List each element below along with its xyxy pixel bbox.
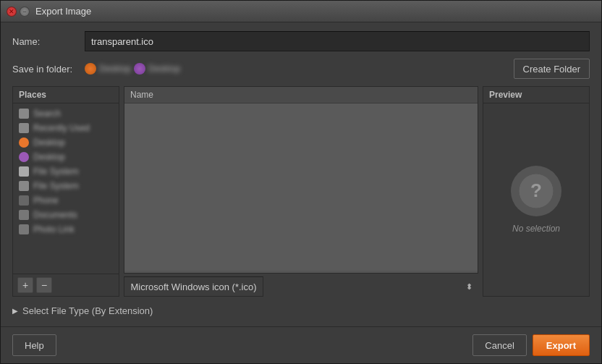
path-icon-1 bbox=[85, 63, 96, 75]
files-panel: Name Microsoft Windows icon (*.ico) ⬍ bbox=[124, 86, 478, 297]
minimize-button[interactable]: − bbox=[20, 7, 30, 17]
path-segment-1[interactable]: Desktop bbox=[85, 63, 131, 75]
place-label-filesystem2: File System bbox=[33, 181, 79, 191]
place-label-search: Search bbox=[33, 109, 61, 119]
place-item-phone[interactable]: Phone bbox=[13, 193, 119, 208]
select-filetype-row[interactable]: ▶ Select File Type (By Extension) bbox=[12, 304, 590, 318]
place-item-recent[interactable]: Recently Used bbox=[13, 121, 119, 135]
add-place-button[interactable]: + bbox=[17, 277, 33, 293]
titlebar: ✕ − Export Image bbox=[1, 1, 601, 22]
filetype-select[interactable]: Microsoft Windows icon (*.ico) bbox=[124, 276, 263, 297]
preview-icon: ? bbox=[511, 166, 561, 216]
places-panel: Places Search Recently Used Desktop bbox=[12, 86, 119, 297]
files-content bbox=[124, 103, 478, 271]
place-label-photolink: Photo Link bbox=[33, 224, 75, 234]
place-icon-filesystem2 bbox=[19, 181, 29, 191]
files-header: Name bbox=[124, 87, 478, 103]
select-filetype-label: Select File Type (By Extension) bbox=[22, 305, 153, 316]
path-text-1: Desktop bbox=[99, 64, 131, 74]
cancel-button[interactable]: Cancel bbox=[472, 334, 526, 356]
place-item-photolink[interactable]: Photo Link bbox=[13, 222, 119, 237]
export-image-dialog: ✕ − Export Image Name: Save in folder: D… bbox=[0, 0, 602, 364]
place-icon-desktop bbox=[19, 137, 29, 148]
titlebar-buttons: ✕ − bbox=[7, 7, 30, 17]
places-header: Places bbox=[13, 87, 119, 103]
place-item-desktop[interactable]: Desktop bbox=[13, 135, 119, 150]
place-label-recent: Recently Used bbox=[33, 123, 90, 133]
save-label: Save in folder: bbox=[12, 64, 77, 75]
triangle-icon: ▶ bbox=[12, 307, 18, 315]
place-icon-phone bbox=[19, 195, 29, 206]
path-icon-2 bbox=[134, 63, 145, 75]
place-item-filesystem2[interactable]: File System bbox=[13, 179, 119, 193]
path-text-2: Desktop bbox=[148, 64, 180, 74]
create-folder-button[interactable]: Create Folder bbox=[514, 59, 590, 79]
name-row: Name: bbox=[12, 31, 590, 51]
place-label-desktop2: Desktop bbox=[33, 152, 65, 162]
place-item-desktop2[interactable]: Desktop bbox=[13, 150, 119, 164]
preview-header: Preview bbox=[483, 87, 589, 103]
save-path: Desktop Desktop bbox=[85, 63, 506, 75]
place-label-documents: Documents bbox=[33, 210, 77, 220]
help-button[interactable]: Help bbox=[12, 334, 56, 356]
select-arrow-icon: ⬍ bbox=[466, 282, 472, 292]
close-button[interactable]: ✕ bbox=[7, 7, 17, 17]
place-item-search[interactable]: Search bbox=[13, 106, 119, 121]
export-button[interactable]: Export bbox=[533, 334, 590, 356]
filename-input[interactable] bbox=[85, 31, 590, 51]
path-segment-2[interactable]: Desktop bbox=[134, 63, 180, 75]
place-icon-documents bbox=[19, 210, 29, 220]
files-table: Name bbox=[124, 86, 478, 274]
preview-panel: Preview ? No selection bbox=[483, 86, 590, 297]
no-selection-label: No selection bbox=[512, 224, 560, 234]
filetype-row: Microsoft Windows icon (*.ico) ⬍ bbox=[124, 276, 478, 297]
svg-text:?: ? bbox=[530, 179, 542, 201]
place-icon-filesystem bbox=[19, 166, 29, 177]
place-label-filesystem: File System bbox=[33, 166, 79, 177]
name-label: Name: bbox=[12, 36, 77, 47]
place-label-desktop: Desktop bbox=[33, 137, 65, 148]
place-icon-photolink bbox=[19, 224, 29, 234]
bottom-bar: Help Cancel Export bbox=[1, 326, 601, 363]
question-mark-icon: ? bbox=[518, 173, 554, 209]
window-title: Export Image bbox=[35, 6, 91, 17]
preview-content: ? No selection bbox=[483, 103, 589, 296]
place-item-documents[interactable]: Documents bbox=[13, 208, 119, 222]
main-area: Places Search Recently Used Desktop bbox=[12, 86, 590, 297]
places-list: Search Recently Used Desktop Desktop bbox=[13, 103, 119, 274]
filetype-wrapper: Microsoft Windows icon (*.ico) ⬍ bbox=[124, 276, 478, 297]
place-item-filesystem[interactable]: File System bbox=[13, 164, 119, 179]
dialog-content: Name: Save in folder: Desktop Desktop Cr… bbox=[1, 22, 601, 326]
place-icon-search bbox=[19, 109, 29, 119]
save-row: Save in folder: Desktop Desktop Create F… bbox=[12, 59, 590, 79]
places-footer: + − bbox=[13, 274, 119, 296]
place-icon-recent bbox=[19, 123, 29, 133]
place-icon-desktop2 bbox=[19, 152, 29, 162]
place-label-phone: Phone bbox=[33, 195, 59, 206]
remove-place-button[interactable]: − bbox=[36, 277, 52, 293]
